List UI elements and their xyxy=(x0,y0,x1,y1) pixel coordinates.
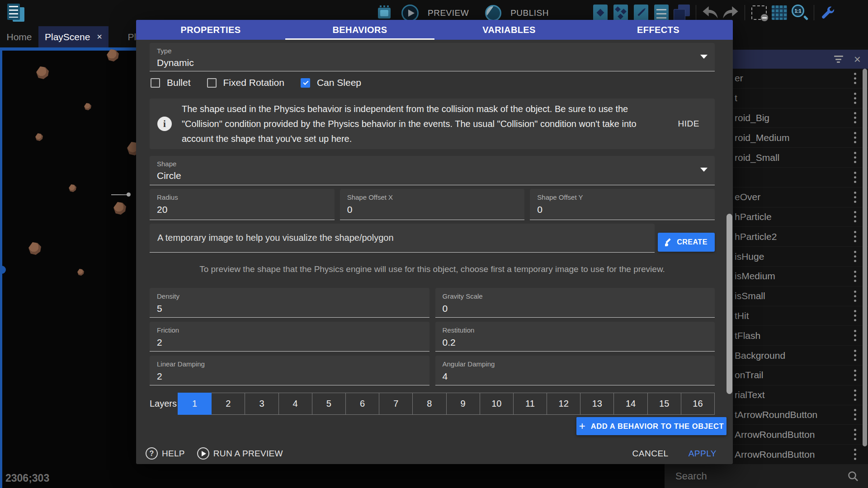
field-label: Shape Offset X xyxy=(347,193,518,201)
checkbox-box[interactable] xyxy=(151,78,160,88)
mask-icon[interactable] xyxy=(750,3,768,23)
run-preview-button[interactable]: RUN A PREVIEW xyxy=(197,447,283,460)
cancel-button[interactable]: CANCEL xyxy=(632,449,669,459)
layer-button-16[interactable]: 16 xyxy=(681,393,715,415)
scene-edge-handle[interactable] xyxy=(0,266,6,274)
more-options-icon[interactable] xyxy=(854,91,856,105)
dialog-tab-variables[interactable]: VARIABLES xyxy=(434,20,584,40)
more-options-icon[interactable] xyxy=(854,329,856,343)
dialog-tab-behaviors[interactable]: BEHAVIORS xyxy=(285,20,434,40)
more-options-icon[interactable] xyxy=(854,388,856,402)
layer-button-10[interactable]: 10 xyxy=(480,393,514,415)
field-gravity-scale[interactable]: Gravity Scale0 xyxy=(435,288,715,318)
wrench-icon[interactable] xyxy=(819,3,837,23)
more-options-icon[interactable] xyxy=(854,428,856,441)
preview-play-icon[interactable] xyxy=(401,5,419,22)
field-label: Restitution xyxy=(443,326,708,334)
layer-button-7[interactable]: 7 xyxy=(379,393,413,415)
field-radius[interactable]: Radius20 xyxy=(150,189,335,220)
layer-button-5[interactable]: 5 xyxy=(312,393,346,415)
checkbox-can-sleep[interactable]: Can Sleep xyxy=(301,77,361,88)
layer-button-1[interactable]: 1 xyxy=(178,393,212,415)
filter-icon[interactable] xyxy=(834,54,843,65)
info-icon: i xyxy=(157,117,172,131)
temp-image-row: CREATE xyxy=(150,224,715,253)
tab-label: Home xyxy=(6,32,32,42)
field-value: 2 xyxy=(157,337,422,348)
more-options-icon[interactable] xyxy=(854,368,856,382)
layer-button-9[interactable]: 9 xyxy=(446,393,480,415)
help-button[interactable]: HELP xyxy=(162,449,185,459)
more-options-icon[interactable] xyxy=(854,210,856,224)
debug-icon[interactable] xyxy=(378,8,391,19)
search-input[interactable] xyxy=(675,470,847,482)
type-dropdown[interactable]: Type Dynamic xyxy=(150,43,715,71)
field-friction[interactable]: Friction2 xyxy=(150,322,429,352)
field-restitution[interactable]: Restitution0.2 xyxy=(435,322,715,352)
more-options-icon[interactable] xyxy=(854,131,856,145)
layer-button-14[interactable]: 14 xyxy=(613,393,647,415)
field-label: Shape Offset Y xyxy=(537,193,708,201)
add-behavior-button[interactable]: + ADD A BEHAVIOR TO THE OBJECT xyxy=(576,417,726,435)
dialog-tab-effects[interactable]: EFFECTS xyxy=(584,20,733,40)
layer-button-13[interactable]: 13 xyxy=(580,393,614,415)
more-options-icon[interactable] xyxy=(854,289,856,303)
more-options-icon[interactable] xyxy=(854,448,856,461)
preview-button[interactable]: PREVIEW xyxy=(428,8,469,18)
grid-icon[interactable] xyxy=(770,3,788,23)
field-value: 4 xyxy=(443,371,708,382)
object-label: er xyxy=(735,73,743,84)
chevron-down-icon xyxy=(700,168,708,172)
layers-row: Layers 12345678910111213141516 xyxy=(150,393,715,415)
physics-params-grid: Density5Gravity Scale0Friction2Restituti… xyxy=(150,288,715,385)
more-options-icon[interactable] xyxy=(854,111,856,125)
checkbox-fixed-rotation[interactable]: Fixed Rotation xyxy=(207,77,284,88)
tab-home[interactable]: Home xyxy=(0,26,38,47)
field-shape-offset-x[interactable]: Shape Offset X0 xyxy=(340,189,525,220)
layer-button-3[interactable]: 3 xyxy=(245,393,278,415)
more-options-icon[interactable] xyxy=(854,349,856,362)
checkbox-box[interactable] xyxy=(207,78,217,88)
tab-playscene[interactable]: PlayScene× xyxy=(38,26,108,47)
more-options-icon[interactable] xyxy=(854,309,856,323)
zoom-ratio-icon[interactable]: 1:1 xyxy=(791,3,809,23)
project-manager-icon-front xyxy=(7,4,20,20)
publish-button[interactable]: PUBLISH xyxy=(510,8,549,18)
create-button[interactable]: CREATE xyxy=(658,233,715,252)
dialog-scrollbar[interactable] xyxy=(726,214,732,394)
dialog-tab-properties[interactable]: PROPERTIES xyxy=(136,20,285,40)
more-options-icon[interactable] xyxy=(854,250,856,263)
more-options-icon[interactable] xyxy=(854,230,856,244)
publish-globe-icon[interactable] xyxy=(485,5,501,21)
layer-button-4[interactable]: 4 xyxy=(278,393,312,415)
more-options-icon[interactable] xyxy=(854,151,856,164)
field-density[interactable]: Density5 xyxy=(150,288,429,318)
more-options-icon[interactable] xyxy=(854,269,856,283)
more-options-icon[interactable] xyxy=(854,190,856,204)
more-options-icon[interactable] xyxy=(854,170,856,184)
field-angular-damping[interactable]: Angular Damping4 xyxy=(435,356,715,385)
layer-button-12[interactable]: 12 xyxy=(547,393,580,415)
field-shape-offset-y[interactable]: Shape Offset Y0 xyxy=(530,189,715,220)
layer-button-2[interactable]: 2 xyxy=(211,393,245,415)
more-options-icon[interactable] xyxy=(854,71,856,85)
help-icon[interactable]: ? xyxy=(146,447,158,460)
layer-button-8[interactable]: 8 xyxy=(412,393,446,415)
field-linear-damping[interactable]: Linear Damping2 xyxy=(150,356,429,385)
temp-image-input[interactable] xyxy=(150,224,655,252)
layer-button-15[interactable]: 15 xyxy=(647,393,681,415)
close-panel-icon[interactable]: × xyxy=(854,53,861,65)
apply-button[interactable]: APPLY xyxy=(689,449,717,459)
layer-button-11[interactable]: 11 xyxy=(513,393,547,415)
more-options-icon[interactable] xyxy=(854,408,856,422)
field-value: 2 xyxy=(157,371,422,382)
shape-dropdown[interactable]: Shape Circle xyxy=(150,156,715,185)
checkbox-box[interactable] xyxy=(301,78,310,88)
objects-panel-scrollbar[interactable] xyxy=(863,69,867,446)
hide-button[interactable]: HIDE xyxy=(678,119,699,129)
project-manager-icon[interactable] xyxy=(6,3,25,23)
measure-handle[interactable] xyxy=(127,192,131,197)
layer-button-6[interactable]: 6 xyxy=(345,393,379,415)
checkbox-bullet[interactable]: Bullet xyxy=(151,77,191,88)
tab-close-icon[interactable]: × xyxy=(97,32,102,42)
